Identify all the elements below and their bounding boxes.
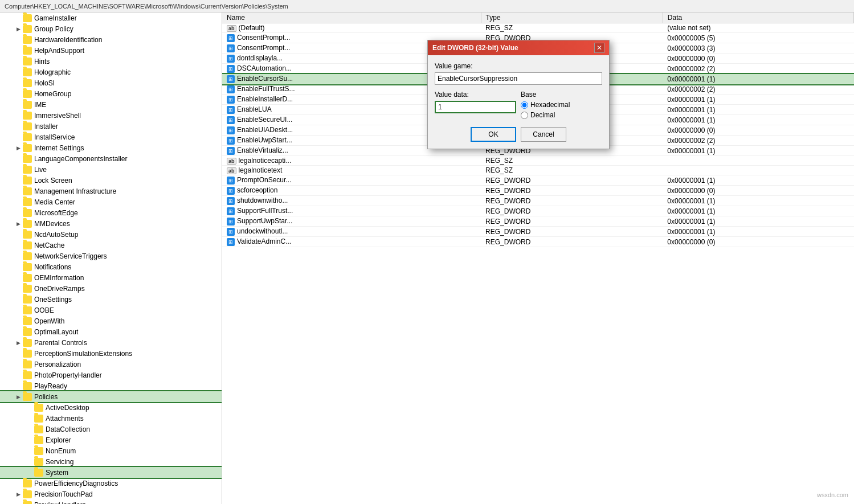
expand-icon[interactable]: ▶	[14, 338, 23, 347]
table-row[interactable]: ab(Default) REG_SZ (value not set)	[222, 23, 854, 33]
folder-icon	[23, 393, 32, 401]
tree-item-live[interactable]: Live	[0, 164, 222, 175]
tree-item-photoproperty[interactable]: PhotoPropertyHandler	[0, 370, 222, 380]
tree-item-previewhandlers[interactable]: PreviewHandlers	[0, 499, 222, 504]
dialog-close-button[interactable]: ✕	[594, 43, 604, 53]
tree-item-hardwareidentification[interactable]: HardwareIdentification	[0, 34, 222, 45]
row-name: scforceoption	[222, 186, 481, 196]
tree-item-holosi[interactable]: HoloSI	[0, 77, 222, 88]
dword-icon	[227, 96, 235, 104]
tree-item-parentalcontrols[interactable]: ▶Parental Controls	[0, 337, 222, 348]
table-row[interactable]: ablegalnoticecapti... REG_SZ	[222, 156, 854, 166]
tree-item-gameinstaller[interactable]: GameInstaller	[0, 13, 222, 23]
tree-label: Servicing	[46, 458, 73, 466]
dialog-buttons: OK Cancel	[435, 127, 602, 142]
tree-item-policies[interactable]: ▶Policies	[0, 391, 222, 402]
tree-label: Group Policy	[34, 25, 73, 33]
table-row[interactable]: ablegalnoticetext REG_SZ	[222, 166, 854, 175]
folder-icon	[23, 133, 32, 141]
tree-item-datacollection[interactable]: DataCollection	[0, 424, 222, 435]
tree-item-management[interactable]: Management Infrastructure	[0, 186, 222, 196]
value-data-input[interactable]	[435, 101, 516, 113]
tree-item-activedesktop[interactable]: ActiveDesktop	[0, 402, 222, 413]
tree-item-optimallayout[interactable]: OptimalLayout	[0, 326, 222, 337]
tree-item-playready[interactable]: PlayReady	[0, 380, 222, 391]
dialog-body: Value game: Value data: Base Hexadecimal	[428, 55, 609, 149]
table-row[interactable]: PromptOnSecur... REG_DWORD 0x00000001 (1…	[222, 175, 854, 186]
tree-label: Internet Settings	[34, 144, 84, 152]
tree-item-immersiveshell[interactable]: ImmersiveShell	[0, 110, 222, 121]
tree-item-holographic[interactable]: Holographic	[0, 67, 222, 77]
ok-button[interactable]: OK	[471, 127, 516, 142]
tree-item-system[interactable]: System	[0, 467, 222, 478]
tree-item-powerefficiency[interactable]: PowerEfficiencyDiagnostics	[0, 478, 222, 489]
folder-icon	[34, 447, 43, 455]
tree-item-installservice[interactable]: InstallService	[0, 132, 222, 142]
dword-icon	[227, 116, 235, 124]
tree-label: ActiveDesktop	[46, 404, 89, 412]
row-name: PromptOnSecur...	[222, 175, 481, 186]
tree-item-attachments[interactable]: Attachments	[0, 413, 222, 424]
tree-panel: GameInstaller▶Group PolicyHardwareIdenti…	[0, 13, 222, 504]
tree-item-mmdevices[interactable]: ▶MMDevices	[0, 218, 222, 229]
folder-icon	[23, 90, 32, 98]
tree-item-helpandsupport[interactable]: HelpAndSupport	[0, 45, 222, 56]
folder-icon	[34, 404, 43, 412]
tree-item-onedriveramps[interactable]: OneDriveRamps	[0, 283, 222, 294]
tree-item-mediacenter[interactable]: Media Center	[0, 196, 222, 207]
tree-item-servicing[interactable]: Servicing	[0, 456, 222, 467]
hexadecimal-radio[interactable]	[521, 101, 528, 109]
folder-icon	[23, 47, 32, 55]
tree-item-languagecomponents[interactable]: LanguageComponentsInstaller	[0, 153, 222, 164]
row-data: 0x00000001 (1)	[663, 146, 853, 156]
tree-item-netcache[interactable]: NetCache	[0, 240, 222, 251]
expand-icon[interactable]: ▶	[14, 392, 23, 401]
tree-item-ncdautosetup[interactable]: NcdAutoSetup	[0, 229, 222, 240]
table-row[interactable]: ValidateAdminC... REG_DWORD 0x00000000 (…	[222, 237, 854, 247]
tree-item-installer[interactable]: Installer	[0, 121, 222, 132]
tree-item-lockscreen[interactable]: Lock Screen	[0, 175, 222, 186]
tree-item-notifications[interactable]: Notifications	[0, 261, 222, 272]
radio-decimal[interactable]: Decimal	[521, 111, 602, 119]
table-row[interactable]: undockwithoutl... REG_DWORD 0x00000001 (…	[222, 227, 854, 237]
tree-item-internetsettings[interactable]: ▶Internet Settings	[0, 142, 222, 153]
tree-item-openwith[interactable]: OpenWith	[0, 315, 222, 326]
tree-item-personalization[interactable]: Personalization	[0, 359, 222, 370]
radio-hexadecimal[interactable]: Hexadecimal	[521, 101, 602, 109]
tree-item-explorer[interactable]: Explorer	[0, 435, 222, 445]
table-row[interactable]: SupportUwpStar... REG_DWORD 0x00000001 (…	[222, 216, 854, 227]
tree-label: OneSettings	[34, 296, 72, 304]
tree-label: HardwareIdentification	[34, 36, 102, 44]
folder-icon	[34, 436, 43, 444]
value-name-input[interactable]	[435, 72, 602, 85]
expand-icon[interactable]: ▶	[14, 144, 23, 153]
tree-label: NetCache	[34, 241, 64, 249]
decimal-radio[interactable]	[521, 112, 528, 119]
tree-label: Explorer	[46, 436, 71, 444]
dword-icon	[227, 207, 235, 215]
tree-item-ime[interactable]: IME	[0, 99, 222, 110]
tree-item-precisiontouchpad[interactable]: ▶PrecisionTouchPad	[0, 489, 222, 499]
expand-icon[interactable]: ▶	[14, 490, 23, 499]
table-row[interactable]: scforceoption REG_DWORD 0x00000000 (0)	[222, 186, 854, 196]
row-data: 0x00000001 (1)	[663, 227, 853, 237]
tree-item-networkservicetriggers[interactable]: NetworkServiceTriggers	[0, 251, 222, 261]
table-row[interactable]: SupportFullTrust... REG_DWORD 0x00000001…	[222, 206, 854, 216]
tree-item-microsoftedge[interactable]: MicrosoftEdge	[0, 207, 222, 218]
expand-icon[interactable]: ▶	[14, 219, 23, 228]
tree-item-perceptionsim[interactable]: PerceptionSimulationExtensions	[0, 348, 222, 359]
tree-item-hints[interactable]: Hints	[0, 56, 222, 67]
tree-item-homegroup[interactable]: HomeGroup	[0, 88, 222, 99]
tree-item-grouppolicy[interactable]: ▶Group Policy	[0, 23, 222, 34]
tree-item-nonenum[interactable]: NonEnum	[0, 445, 222, 456]
tree-item-oobe[interactable]: OOBE	[0, 305, 222, 315]
tree-label: PhotoPropertyHandler	[34, 371, 102, 379]
expand-icon[interactable]: ▶	[14, 24, 23, 34]
tree-label: GameInstaller	[34, 14, 77, 22]
tree-item-oeminformation[interactable]: OEMInformation	[0, 272, 222, 283]
cancel-button[interactable]: Cancel	[521, 127, 566, 142]
row-data: 0x00000001 (1)	[663, 175, 853, 186]
tree-item-onesettings[interactable]: OneSettings	[0, 294, 222, 305]
table-row[interactable]: shutdownwitho... REG_DWORD 0x00000001 (1…	[222, 196, 854, 206]
folder-icon	[23, 480, 32, 487]
